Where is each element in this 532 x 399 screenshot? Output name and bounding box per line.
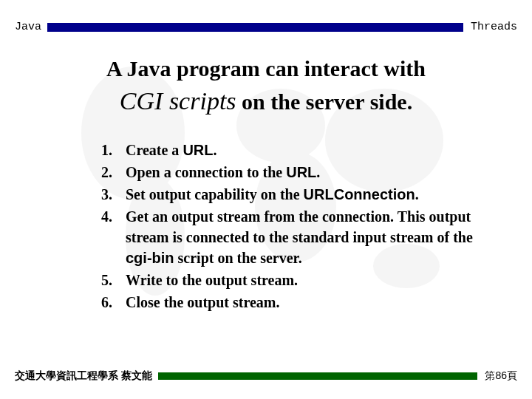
footer-bar-row: 交通大學資訊工程學系 蔡文能 第86頁: [0, 369, 532, 383]
list-number: 4.: [81, 206, 126, 268]
title-line1: A Java program can interact with: [106, 56, 426, 81]
footer-divider: [158, 372, 478, 380]
header-right-label: Threads: [463, 21, 517, 33]
list-item: 4.Get an output stream from the connecti…: [81, 206, 473, 268]
list-item: 6.Close the output stream.: [81, 292, 473, 313]
list-number: 6.: [81, 292, 126, 313]
list-text: Open a connection to the URL.: [126, 162, 473, 183]
slide-title: A Java program can interact with CGI scr…: [0, 54, 532, 117]
steps-list: 1.Create a URL.2.Open a connection to th…: [81, 140, 473, 313]
list-item: 2.Open a connection to the URL.: [81, 162, 473, 183]
list-number: 3.: [81, 184, 126, 205]
list-item: 1.Create a URL.: [81, 140, 473, 160]
list-item: 3.Set output capability on the URLConnec…: [81, 184, 473, 205]
list-text: Get an output stream from the connection…: [126, 206, 473, 268]
title-cgi: CGI scripts: [120, 87, 236, 115]
list-number: 2.: [81, 162, 126, 183]
list-item: 5.Write to the output stream.: [81, 270, 473, 290]
footer-left-label: 交通大學資訊工程學系 蔡文能: [15, 369, 158, 383]
header-left-label: Java: [15, 21, 47, 33]
list-text: Set output capability on the URLConnecti…: [126, 184, 473, 205]
title-line2: on the server side.: [236, 89, 413, 114]
footer-page-number: 第86頁: [477, 369, 517, 383]
list-number: 1.: [81, 140, 126, 160]
list-text: Create a URL.: [126, 140, 473, 160]
header-divider: [47, 23, 463, 32]
header-bar-row: Java Threads: [0, 0, 532, 33]
list-number: 5.: [81, 270, 126, 290]
list-text: Close the output stream.: [126, 292, 473, 313]
list-text: Write to the output stream.: [126, 270, 473, 290]
